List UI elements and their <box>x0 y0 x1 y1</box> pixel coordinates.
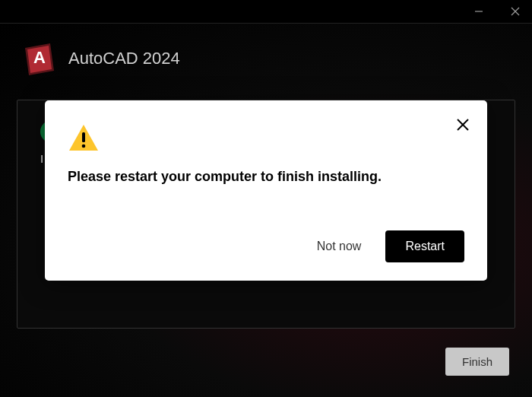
restart-button[interactable]: Restart <box>385 230 464 262</box>
window-close-button[interactable] <box>505 1 526 22</box>
close-icon <box>511 7 520 16</box>
window-titlebar <box>0 0 532 23</box>
modal-overlay: Please restart your computer to finish i… <box>0 23 532 397</box>
warning-icon <box>68 123 464 155</box>
window-minimize-button[interactable] <box>468 1 489 22</box>
minimize-icon <box>474 7 483 16</box>
close-icon <box>456 118 470 132</box>
restart-dialog: Please restart your computer to finish i… <box>45 100 487 281</box>
dialog-close-button[interactable] <box>452 114 473 135</box>
not-now-button[interactable]: Not now <box>314 232 365 261</box>
svg-point-10 <box>82 145 86 148</box>
svg-rect-9 <box>82 132 85 142</box>
dialog-message: Please restart your computer to finish i… <box>68 169 464 185</box>
dialog-button-row: Not now Restart <box>68 230 464 262</box>
